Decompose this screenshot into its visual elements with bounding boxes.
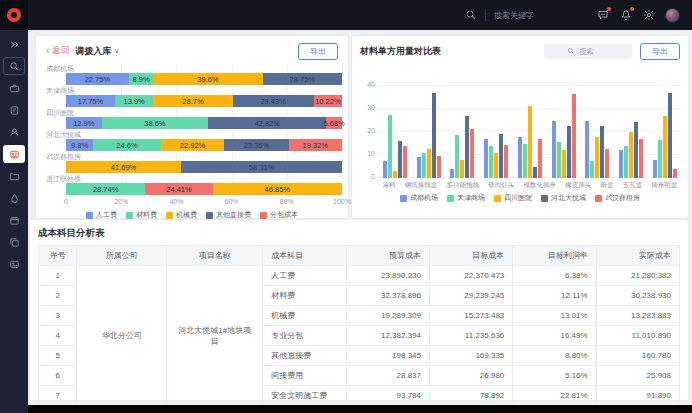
- chart-search-box[interactable]: [544, 44, 632, 59]
- legend-item-材料费[interactable]: 材料费: [126, 210, 157, 220]
- cell-seq: 3: [39, 306, 77, 326]
- x-tick-label: 0: [64, 198, 68, 205]
- bar-四川医院: [460, 160, 464, 178]
- app-logo[interactable]: [0, 0, 28, 30]
- stacked-chart-legend: 人工费材料费机械费其他直接费分包成本: [46, 210, 338, 220]
- sidebar-image-icon[interactable]: [3, 255, 25, 273]
- sidebar-cost-module-icon[interactable]: [3, 145, 25, 163]
- global-search-input[interactable]: [494, 11, 558, 20]
- bar-segment-人工费: 12.9%: [66, 117, 102, 129]
- legend-item-人工费[interactable]: 人工费: [86, 210, 117, 220]
- sidebar-clipboard-icon[interactable]: [3, 101, 25, 119]
- cell-budget-cost: 198.345: [346, 346, 429, 366]
- bar-segment-材料费: 13.9%: [115, 95, 153, 107]
- cell-target-margin: 13.01%: [513, 306, 596, 326]
- cell-target-margin: 16.49%: [513, 326, 596, 346]
- x-tick-label: 40%: [169, 198, 183, 205]
- cell-subject: 间接费用: [263, 366, 346, 386]
- bar-天津商场: [557, 142, 561, 178]
- column-header: 预算成本: [346, 246, 429, 266]
- legend-swatch: [400, 195, 407, 202]
- bar-天津商场: [590, 161, 594, 178]
- legend-label: 天津商场: [457, 193, 485, 203]
- legend-swatch: [595, 195, 602, 202]
- sidebar-briefcase-icon[interactable]: [3, 79, 25, 97]
- legend-item-成都机场[interactable]: 成都机场: [400, 193, 438, 203]
- sidebar-user-icon[interactable]: [3, 123, 25, 141]
- stacked-chart-x-axis: 020%40%60%80%100%: [66, 198, 342, 207]
- bell-icon[interactable]: [619, 9, 632, 22]
- bar-segment-机械费: 41.69%: [66, 161, 181, 173]
- sidebar-copy-icon[interactable]: [3, 233, 25, 251]
- bar-segment-其他直接费: 58.31%: [181, 161, 342, 173]
- legend-item-机械费[interactable]: 机械费: [166, 210, 197, 220]
- y-tick-label: 30: [362, 104, 375, 111]
- global-search[interactable]: [464, 9, 558, 22]
- legend-item-分包成本[interactable]: 分包成本: [260, 210, 298, 220]
- back-button[interactable]: ‹ 返回: [46, 45, 69, 57]
- bar-成都机场: [619, 150, 623, 178]
- bar-group-五孔盒: [619, 86, 643, 178]
- cell-budget-cost: 32,378.896: [346, 286, 429, 306]
- stacked-bar-row: 河北大悦城9.8%24.6%22.92%23.36%19.32%: [46, 130, 338, 152]
- bar-四川医院: [494, 153, 498, 178]
- x-tick-label: 100%: [333, 198, 351, 205]
- cell-seq: 5: [39, 346, 77, 366]
- bell-badge: [630, 7, 634, 11]
- chevron-down-icon[interactable]: ∨: [114, 47, 119, 55]
- bar-group-铁间灯头: [484, 86, 508, 178]
- bar-武汉群租房: [504, 145, 508, 178]
- bar-成都机场: [552, 121, 556, 179]
- search-icon: [464, 9, 477, 22]
- legend-label: 武汉群租房: [605, 193, 640, 203]
- cell-project: 河北大悦城1#地块项目: [167, 266, 263, 406]
- cell-target-margin: 12.11%: [513, 286, 596, 306]
- legend-item-河北大悦城[interactable]: 河北大悦城: [541, 193, 586, 203]
- stack-category-label: 武汉群租房: [46, 152, 338, 161]
- sidebar-drop-icon[interactable]: [3, 189, 25, 207]
- bar-武汉群租房: [538, 139, 542, 178]
- legend-swatch: [166, 212, 173, 219]
- bar-武汉群租房: [437, 156, 441, 178]
- bar-武汉群租房: [639, 139, 643, 178]
- cell-actual-cost: 11,010.890: [596, 326, 679, 346]
- main-content: ‹ 返回 调拨入库 ∨ 导出 成都机场22.75%8.9%39.6%28.75%…: [28, 30, 692, 405]
- stacked-bar-row: 成都机场22.75%8.9%39.6%28.75%: [46, 64, 338, 86]
- column-header: 实际成本: [596, 246, 679, 266]
- export-button-right[interactable]: 导出: [640, 43, 680, 60]
- sidebar-expand-icon[interactable]: [3, 35, 25, 53]
- message-icon[interactable]: [596, 9, 609, 22]
- cell-budget-cost: 23,890.230: [346, 266, 429, 286]
- cell-seq: 1: [39, 266, 77, 286]
- bar-group-多功能拖线: [450, 86, 474, 178]
- legend-item-其他直接费[interactable]: 其他直接费: [206, 210, 251, 220]
- cost-analysis-table: 序号所属公司项目名称成本科目预算成本目标成本目标利润率实际成本 1华北分公司河北…: [38, 245, 680, 406]
- stack-category-label: 河北大悦城: [46, 130, 338, 139]
- legend-item-天津商场[interactable]: 天津商场: [447, 193, 485, 203]
- sidebar-folder-icon[interactable]: [3, 167, 25, 185]
- export-button-left[interactable]: 导出: [298, 43, 338, 60]
- sidebar-calendar-icon[interactable]: [3, 211, 25, 229]
- chart-search-input[interactable]: [579, 47, 609, 56]
- sidebar-search-icon[interactable]: [3, 57, 25, 75]
- stacked-bar-row: 四川医院12.9%38.6%42.82%5.68%: [46, 108, 338, 130]
- y-tick-label: 10: [362, 150, 375, 157]
- bar-segment-机械费: 46.85%: [213, 183, 342, 195]
- bar-group-橡皮插头: [552, 86, 576, 178]
- bar-groups: [378, 86, 682, 178]
- stack-category-label: 四川医院: [46, 108, 338, 117]
- stacked-chart-panel: ‹ 返回 调拨入库 ∨ 导出 成都机场22.75%8.9%39.6%28.75%…: [36, 36, 348, 218]
- bar-河北大悦城: [465, 116, 469, 178]
- bar-segment-分包成本: 19.32%: [289, 139, 342, 151]
- cell-target-margin: 8.80%: [513, 346, 596, 366]
- column-header: 目标利润率: [513, 246, 596, 266]
- gear-icon[interactable]: [642, 9, 655, 22]
- bar-河北大悦城: [668, 93, 672, 178]
- y-tick-label: 40: [362, 81, 375, 88]
- legend-item-武汉群租房[interactable]: 武汉群租房: [595, 193, 640, 203]
- legend-item-四川医院[interactable]: 四川医院: [494, 193, 532, 203]
- cell-actual-cost: 160.780: [596, 346, 679, 366]
- bar-天津商场: [523, 144, 527, 179]
- avatar[interactable]: [665, 8, 680, 23]
- bar-天津商场: [624, 146, 628, 178]
